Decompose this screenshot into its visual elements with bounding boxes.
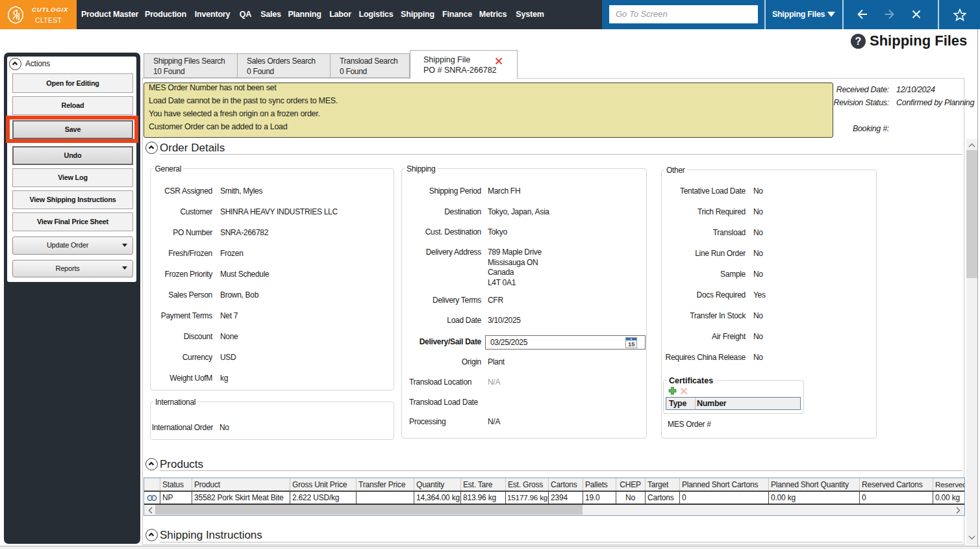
svg-text:15: 15 xyxy=(628,340,635,348)
